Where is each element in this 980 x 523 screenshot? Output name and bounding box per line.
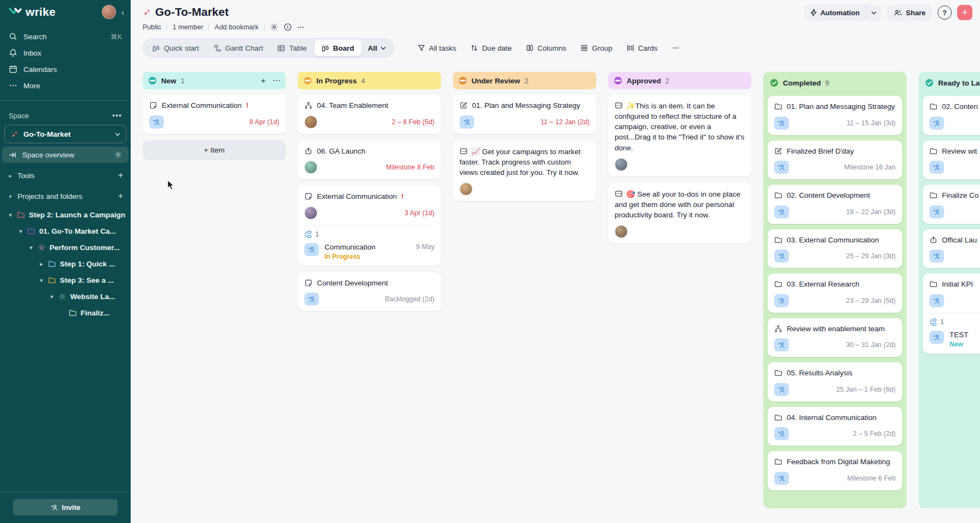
column-header[interactable]: Completed 9 (768, 72, 902, 94)
tree-item[interactable]: ▾ Website La... (0, 288, 131, 305)
assignee-avatar[interactable] (460, 183, 473, 196)
board-card[interactable]: Content Development Backlogged (2d) (298, 272, 441, 312)
board-card[interactable]: 🎯 See all your to-dos in one place and g… (608, 183, 751, 244)
assign-user-button[interactable] (929, 117, 944, 130)
board-card[interactable]: ✨This is an item. It can be configured t… (608, 95, 751, 177)
add-item-button[interactable]: + Item (143, 141, 286, 160)
board-card[interactable]: Finalize Co (923, 185, 980, 224)
add-tool-icon[interactable]: + (118, 171, 123, 180)
assignee-avatar[interactable] (304, 206, 317, 220)
assignee-avatar[interactable] (304, 161, 317, 174)
board-card[interactable]: 04. Internal Communication 2 – 5 Feb (2d… (768, 407, 902, 446)
assign-user-button[interactable] (774, 205, 789, 218)
tree-item[interactable]: ▾ Perform Customer... (0, 239, 131, 256)
assign-user-button[interactable] (929, 161, 944, 174)
assign-user-button[interactable] (774, 383, 789, 396)
board-card[interactable]: 05. Results Analysis 25 Jan – 1 Feb (6d) (768, 362, 902, 402)
sidebar-item-calendars[interactable]: Calendars (0, 61, 131, 77)
info-icon[interactable] (284, 23, 292, 31)
column-header[interactable]: New 1 +⋯ (143, 72, 286, 89)
board-card[interactable]: 02. Content Development 18 – 22 Jan (3d) (768, 185, 902, 224)
assign-user-button[interactable] (774, 250, 789, 263)
share-button[interactable]: Share (887, 4, 932, 21)
assign-user-button[interactable] (929, 331, 944, 344)
assign-user-button[interactable] (774, 161, 789, 174)
assign-user-button[interactable] (774, 472, 789, 485)
assign-user-button[interactable] (460, 115, 474, 129)
column-menu-icon[interactable]: ⋯ (272, 76, 280, 86)
subtask-item[interactable]: TEST New (929, 331, 980, 348)
tree-item[interactable]: ▾ 01. Go-To Market Ca... (0, 223, 131, 239)
settings-gear-icon[interactable] (270, 23, 278, 31)
board-card[interactable]: 01. Plan and Messaging Strategy 11 – 12 … (453, 95, 596, 134)
assign-user-button[interactable] (929, 250, 944, 263)
sidebar-item-more[interactable]: More (0, 77, 131, 94)
filter-group[interactable]: Group (580, 44, 612, 52)
filter-more[interactable] (672, 44, 679, 52)
space-options-icon[interactable]: ••• (112, 111, 122, 120)
automation-button[interactable]: Automation (805, 4, 866, 21)
view-scope-dropdown[interactable]: All (362, 44, 393, 52)
board-card[interactable]: 04. Team Enablement 2 – 8 Feb (5d) (298, 95, 441, 134)
assign-user-button[interactable] (774, 427, 789, 440)
tab-gantt-chart[interactable]: Gantt Chart (206, 40, 271, 56)
sidebar-item-search[interactable]: Search ⌘K (0, 28, 131, 45)
board-card[interactable]: 06. GA Launch Milestone 8 Feb (298, 141, 441, 180)
board-card[interactable]: 01. Plan and Messaging Strategy 11 – 15 … (768, 96, 902, 135)
assign-user-button[interactable] (149, 115, 164, 129)
space-selector[interactable]: Go-To-Market (4, 125, 126, 143)
sidebar-item-projects-folders[interactable]: ▾ Projects and folders + (0, 188, 131, 204)
tab-table[interactable]: Table (270, 40, 314, 56)
board-card[interactable]: Offical Lau (923, 229, 980, 269)
board-card[interactable]: External Communication ! 3 Apr (1d) 1 Co… (298, 186, 441, 266)
chevron-down-icon[interactable]: ▾ (49, 294, 54, 300)
tab-quick-start[interactable]: Quick start (145, 40, 206, 56)
add-project-icon[interactable]: + (118, 191, 123, 201)
column-header[interactable]: In Progress 4 (298, 72, 441, 89)
assign-user-button[interactable] (304, 293, 319, 306)
filter-columns[interactable]: Columns (526, 44, 566, 52)
assign-user-button[interactable] (774, 117, 789, 130)
assign-user-button[interactable] (774, 294, 789, 307)
board-card[interactable]: 02. Conten (923, 96, 980, 135)
tree-item[interactable]: ▾ Step 3: See a ... (0, 272, 131, 288)
tree-item[interactable]: Finaliz... (0, 305, 131, 321)
tab-board[interactable]: Board (314, 40, 362, 56)
board-card[interactable]: Feedback from Digital Maketing Milestone… (768, 451, 902, 490)
assignee-avatar[interactable] (304, 115, 317, 129)
tree-item[interactable]: ▾ Step 2: Launch a Campaign (0, 206, 131, 223)
automation-dropdown-icon[interactable] (866, 4, 881, 21)
assignee-avatar[interactable] (615, 225, 628, 238)
chevron-down-icon[interactable]: ▾ (18, 228, 23, 234)
chevron-down-icon[interactable]: ▾ (39, 277, 44, 283)
board-card[interactable]: Review with enablement team 30 – 31 Jan … (768, 318, 902, 357)
assign-user-button[interactable] (774, 338, 789, 351)
chevron-down-icon[interactable]: ▾ (28, 245, 34, 251)
assign-user-button[interactable] (929, 294, 944, 307)
board-card[interactable]: Initial KPI 1 TEST New (923, 273, 980, 354)
subtask-item[interactable]: Communication9 May In Progress (304, 243, 434, 260)
column-header[interactable]: Under Review 2 (453, 72, 596, 89)
wrike-logo[interactable]: wrike (9, 5, 102, 19)
members-link[interactable]: 1 member (173, 23, 203, 31)
assign-user-button[interactable] (304, 243, 319, 256)
filter-cards[interactable]: Cards (627, 44, 658, 52)
column-header[interactable]: Approved 2 (608, 72, 751, 89)
filter-due-date[interactable]: Due date (470, 44, 512, 52)
board-card[interactable]: 03. External Communication 25 – 29 Jan (… (768, 229, 902, 269)
gear-icon[interactable] (114, 151, 122, 159)
create-new-button[interactable]: + (957, 5, 972, 20)
board-card[interactable]: External Communication ! 8 Apr (1d) (143, 95, 286, 134)
invite-button[interactable]: Invite (13, 499, 118, 515)
sidebar-item-inbox[interactable]: Inbox (0, 45, 131, 61)
filter-all-tasks[interactable]: All tasks (418, 44, 456, 52)
sidebar-item-space-overview[interactable]: Space overview (2, 147, 128, 163)
board-card[interactable]: Review wit (923, 141, 980, 180)
board-card[interactable]: Finalized Brief D'day Milestone 16 Jan (768, 141, 902, 180)
tree-item[interactable]: ▸ Step 1: Quick ... (0, 256, 131, 272)
chevron-down-icon[interactable]: ▾ (8, 212, 13, 218)
board-card[interactable]: 03. External Research 23 – 29 Jan (5d) (768, 273, 902, 313)
column-header[interactable]: Ready to La (923, 72, 980, 94)
user-avatar[interactable] (102, 5, 116, 19)
add-card-icon[interactable]: + (261, 76, 266, 86)
